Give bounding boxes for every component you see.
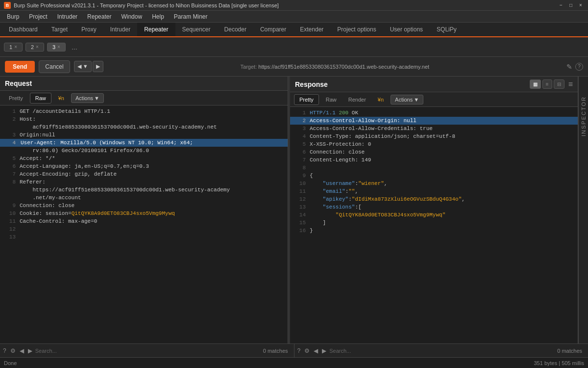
tab-user-options[interactable]: User options bbox=[383, 23, 430, 37]
view-toggle-split[interactable]: ⊟ bbox=[554, 79, 564, 89]
tab-decoder[interactable]: Decoder bbox=[218, 23, 253, 37]
response-line-3: 3 Access-Control-Allow-Credentials: true bbox=[290, 125, 578, 132]
repeater-toolbar: 1 × 2 × 3 × ... bbox=[0, 37, 588, 57]
tab-extender[interactable]: Extender bbox=[293, 23, 330, 37]
close-tab-1-icon[interactable]: × bbox=[14, 44, 17, 50]
menu-burp[interactable]: Burp bbox=[2, 12, 24, 21]
help-icon[interactable]: ? bbox=[575, 63, 583, 71]
request-line-10: 10 Cookie: session=QitQYK8A9d0ETO83CBJ4s… bbox=[0, 210, 288, 217]
response-tab-pretty[interactable]: Pretty bbox=[294, 94, 319, 105]
request-tab-pretty[interactable]: Pretty bbox=[4, 93, 28, 103]
more-tabs-button[interactable]: ... bbox=[69, 42, 80, 52]
tab-intruder[interactable]: Intruder bbox=[103, 23, 137, 37]
request-line: 6 Accept-Language: ja,en-US;q=0.7,en;q=0… bbox=[0, 162, 288, 170]
main-tabs: Dashboard Target Proxy Intruder Repeater… bbox=[0, 23, 588, 37]
inspector-sidebar[interactable]: INSPECTOR bbox=[578, 77, 588, 343]
response-line-11: 11 "email":"", bbox=[290, 187, 578, 195]
close-tab-3-icon[interactable]: × bbox=[57, 44, 60, 50]
response-line-2: 2 Access-Control-Allow-Origin: null bbox=[290, 117, 578, 125]
bottom-search-bar: ? ⚙ ◀ ▶ 0 matches ? ⚙ ◀ ▶ 0 matches bbox=[0, 343, 588, 357]
cancel-button[interactable]: Cancel bbox=[39, 60, 70, 73]
response-actions-button[interactable]: Actions ▼ bbox=[391, 95, 423, 105]
request-search-section: ? ⚙ ◀ ▶ 0 matches bbox=[0, 344, 294, 357]
request-search-prev-icon[interactable]: ◀ bbox=[19, 346, 25, 355]
menu-help[interactable]: Help bbox=[147, 12, 169, 21]
response-match-count: 0 matches bbox=[553, 348, 586, 354]
tab-repeater[interactable]: Repeater bbox=[137, 23, 175, 37]
menu-window[interactable]: Window bbox=[116, 12, 147, 21]
response-actions-chevron-icon: ▼ bbox=[414, 97, 419, 103]
maximize-button[interactable]: □ bbox=[567, 2, 574, 9]
request-line: .net/my-account bbox=[0, 194, 288, 202]
tab-target[interactable]: Target bbox=[45, 23, 74, 37]
app-icon: B bbox=[4, 2, 11, 9]
response-panel-tabs: Pretty Raw Render ¥n Actions ▼ bbox=[290, 92, 578, 107]
request-panel-title: Request bbox=[0, 77, 288, 91]
request-line: 5 Accept: */* bbox=[0, 155, 288, 162]
request-actions-button[interactable]: Actions ▼ bbox=[71, 93, 104, 103]
menu-repeater[interactable]: Repeater bbox=[82, 12, 116, 21]
response-tab-render[interactable]: Render bbox=[343, 95, 371, 105]
response-line-7: 7 Content-Length: 149 bbox=[290, 156, 578, 164]
menu-param-miner[interactable]: Param Miner bbox=[169, 12, 213, 21]
menu-intruder[interactable]: Intruder bbox=[52, 12, 82, 21]
tab-label: 3 bbox=[52, 44, 55, 50]
response-line-16: 16 } bbox=[290, 227, 578, 235]
response-line-9: 9 { bbox=[290, 172, 578, 180]
request-line: 13 bbox=[0, 233, 288, 241]
main-content: Request Pretty Raw ¥n Actions ▼ 1 GET /a… bbox=[0, 77, 588, 343]
edit-target-icon[interactable]: ✎ bbox=[566, 63, 572, 71]
close-button[interactable]: × bbox=[577, 2, 584, 9]
request-line: 7 Accept-Encoding: gzip, deflate bbox=[0, 170, 288, 178]
response-line-13: 13 "sessions":[ bbox=[290, 203, 578, 211]
target-icons: ✎ ? bbox=[566, 63, 583, 71]
response-search-input[interactable] bbox=[329, 348, 551, 354]
response-code-area[interactable]: 1 HTTP/1.1 200 OK 2 Access-Control-Allow… bbox=[290, 107, 578, 343]
response-line-15: 15 ] bbox=[290, 219, 578, 227]
response-tab-raw[interactable]: Raw bbox=[321, 95, 342, 105]
response-search-settings-icon[interactable]: ⚙ bbox=[303, 346, 311, 355]
tab-label: 2 bbox=[31, 44, 34, 50]
request-line: rv:86.0) Gecko/20100101 Firefox/86.0 bbox=[0, 147, 288, 155]
request-panel-tabs: Pretty Raw ¥n Actions ▼ bbox=[0, 91, 288, 105]
tab-sequencer[interactable]: Sequencer bbox=[175, 23, 218, 37]
request-line: 11 Cache-Control: max-age=0 bbox=[0, 217, 288, 225]
status-bar: Done 351 bytes | 505 millis bbox=[0, 357, 588, 368]
request-tab-raw[interactable]: Raw bbox=[30, 93, 51, 104]
response-tab-yn[interactable]: ¥n bbox=[373, 95, 389, 105]
view-toggle-grid[interactable]: ▦ bbox=[530, 79, 541, 89]
request-line: 8 Referer: bbox=[0, 178, 288, 186]
repeater-tab-1[interactable]: 1 × bbox=[4, 43, 23, 52]
request-line: 9 Connection: close bbox=[0, 202, 288, 210]
response-search-help-icon[interactable]: ? bbox=[296, 346, 302, 355]
request-search-help-icon[interactable]: ? bbox=[2, 346, 7, 355]
prev-button[interactable]: ◀ ▼ bbox=[74, 61, 92, 72]
menu-project[interactable]: Project bbox=[24, 12, 52, 21]
tab-project-options[interactable]: Project options bbox=[330, 23, 383, 37]
request-search-input[interactable] bbox=[35, 348, 257, 354]
request-code-area[interactable]: 1 GET /accountDetails HTTP/1.1 2 Host: a… bbox=[0, 105, 288, 343]
tab-comparer[interactable]: Comparer bbox=[253, 23, 293, 37]
next-button[interactable]: ▶ bbox=[93, 61, 103, 72]
request-tab-yn[interactable]: ¥n bbox=[53, 93, 69, 103]
actions-chevron-icon: ▼ bbox=[94, 95, 99, 101]
repeater-tab-2[interactable]: 2 × bbox=[25, 43, 44, 52]
response-search-next-icon[interactable]: ▶ bbox=[321, 346, 327, 355]
request-line-4: 4 User-Agent: Mozilla/5.0 (Windows NT 10… bbox=[0, 139, 288, 147]
request-search-settings-icon[interactable]: ⚙ bbox=[9, 346, 17, 355]
response-search-prev-icon[interactable]: ◀ bbox=[313, 346, 319, 355]
response-line-6: 6 Connection: close bbox=[290, 148, 578, 156]
inspector-toggle-icon[interactable]: ≡ bbox=[568, 80, 573, 89]
close-tab-2-icon[interactable]: × bbox=[36, 44, 39, 50]
minimize-button[interactable]: − bbox=[558, 2, 564, 9]
status-info: 351 bytes | 505 millis bbox=[534, 360, 584, 366]
send-button[interactable]: Send bbox=[5, 61, 35, 73]
view-toggle-lines[interactable]: ≡ bbox=[542, 79, 552, 89]
repeater-tab-3[interactable]: 3 × bbox=[47, 43, 66, 52]
tab-sqlify[interactable]: SQLiPy bbox=[430, 23, 464, 37]
request-line: 1 GET /accountDetails HTTP/1.1 bbox=[0, 107, 288, 115]
request-search-next-icon[interactable]: ▶ bbox=[27, 346, 33, 355]
window-title: Burp Suite Professional v2021.3.1 - Temp… bbox=[14, 2, 279, 8]
tab-proxy[interactable]: Proxy bbox=[74, 23, 103, 37]
tab-dashboard[interactable]: Dashboard bbox=[2, 23, 45, 37]
